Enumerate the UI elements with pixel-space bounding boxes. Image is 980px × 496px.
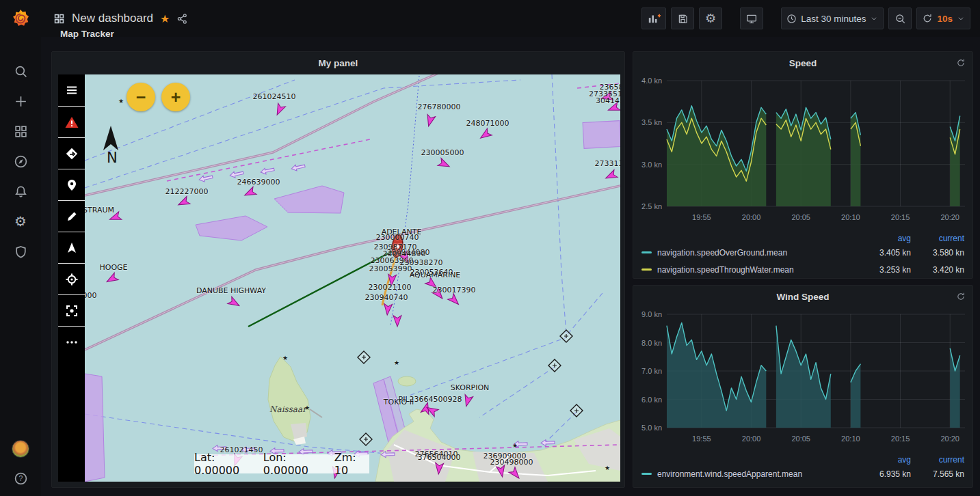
status-lat: Lat: 0.00000	[194, 451, 256, 477]
series-name[interactable]: navigation.speedThroughWater.mean	[657, 265, 794, 275]
map-label: 230053990	[369, 264, 412, 273]
sidebar-item-alerting[interactable]	[5, 183, 36, 199]
map-panel-header[interactable]: My panel	[52, 52, 624, 74]
vessel-marker[interactable]	[105, 273, 118, 285]
map-tool-warning-button[interactable]	[58, 106, 85, 137]
sidebar-item-dashboards[interactable]	[5, 123, 36, 139]
map-tool-more-button[interactable]	[58, 326, 85, 357]
map-label: 276780000	[418, 102, 461, 111]
vessel-marker[interactable]	[393, 316, 401, 327]
dashboard-row-title[interactable]: Map Tracker	[60, 29, 114, 44]
share-icon[interactable]	[176, 13, 188, 25]
map-tool-route-button[interactable]	[58, 137, 85, 169]
zoom-out-time-button[interactable]	[888, 8, 912, 29]
map-label: PIL23664500928	[399, 395, 462, 404]
map-zoom-in-button[interactable]: +	[161, 83, 190, 111]
vessel-marker[interactable]	[438, 159, 451, 171]
chevron-down-icon	[957, 14, 965, 23]
wind-panel-header[interactable]: Wind Speed	[633, 286, 972, 307]
traffic-lane-arrow-icon	[198, 174, 213, 183]
map-base-layer	[85, 74, 620, 482]
vessel-marker[interactable]	[448, 294, 462, 307]
seamark-buoy-icon	[548, 359, 561, 372]
grafana-logo[interactable]	[0, 0, 41, 37]
series-name[interactable]: environment.wind.speedApparent.mean	[657, 469, 802, 479]
clock-icon	[786, 14, 797, 24]
sidebar-item-explore[interactable]	[5, 153, 36, 169]
vessel-marker[interactable]	[604, 170, 618, 182]
add-panel-button[interactable]	[641, 8, 666, 29]
cycle-view-mode-button[interactable]	[740, 8, 763, 29]
compass-north-label: N	[107, 150, 118, 165]
refresh-picker[interactable]: 10s	[916, 8, 970, 29]
vessel-marker[interactable]	[462, 395, 473, 408]
refresh-icon	[922, 13, 933, 24]
svg-text:8.0 kn: 8.0 kn	[641, 339, 662, 347]
sidebar-item-configuration[interactable]: ⚙	[5, 213, 36, 230]
speed-panel-header[interactable]: Speed	[633, 52, 972, 74]
map-tool-marker-button[interactable]	[58, 169, 85, 200]
map-tool-center-button[interactable]	[58, 294, 85, 326]
gear-icon: ⚙	[14, 215, 27, 228]
map-toolbar	[58, 74, 85, 482]
save-dashboard-button[interactable]	[671, 8, 694, 29]
svg-text:4.0 kn: 4.0 kn	[641, 77, 662, 85]
vessel-marker[interactable]	[425, 115, 436, 128]
wind-speed-panel: Wind Speed 9.0 kn8.0 kn7.0 kn6.0 kn5.0 k…	[633, 285, 973, 488]
avatar[interactable]	[12, 440, 29, 458]
sync-icon[interactable]	[956, 58, 966, 68]
map-label: 000	[85, 291, 97, 300]
legend-col-current[interactable]: current	[911, 234, 964, 243]
dashboard-settings-button[interactable]: ⚙	[699, 8, 722, 29]
vessel-marker[interactable]	[478, 128, 492, 141]
map-status-bar: Lat: 0.00000 Lon: 0.00000 Zm: 10	[194, 454, 369, 473]
series-name[interactable]: navigation.speedOverGround.mean	[657, 248, 787, 258]
monitor-icon	[745, 13, 758, 25]
vessel-marker[interactable]	[274, 103, 286, 117]
legend-col-avg[interactable]: avg	[852, 455, 911, 465]
vessel-marker[interactable]	[228, 297, 241, 309]
series-avg-value: 6.935 kn	[852, 469, 911, 479]
vessel-marker[interactable]	[383, 303, 392, 315]
map-label: 246639000	[237, 178, 280, 187]
seamark-buoy-icon	[360, 433, 372, 445]
sidebar: ⚙ ?	[0, 0, 41, 496]
sidebar-item-server-admin[interactable]	[5, 243, 36, 260]
map-tool-cursor-button[interactable]	[58, 232, 85, 263]
vessel-marker[interactable]	[243, 187, 256, 199]
map-label: 248071000	[466, 119, 509, 128]
zoom-out-icon	[895, 13, 906, 25]
svg-text:19:55: 19:55	[692, 213, 711, 221]
map-tool-menu-button[interactable]	[58, 74, 85, 106]
seamark-star-icon: ★	[282, 355, 288, 361]
vessel-marker[interactable]	[176, 197, 190, 209]
legend-header: avg current	[641, 232, 964, 244]
main-area: New dashboard ★ ⚙	[41, 0, 980, 496]
speed-chart: 4.0 kn3.5 kn3.0 kn2.5 kn19:5520:0020:052…	[635, 74, 970, 231]
map-tool-edit-button[interactable]	[58, 200, 85, 232]
svg-text:3.5 kn: 3.5 kn	[641, 118, 662, 126]
series-color-swatch	[641, 473, 652, 475]
series-color-swatch	[641, 268, 652, 271]
sidebar-item-help[interactable]: ?	[5, 470, 36, 486]
plus-icon	[14, 94, 28, 109]
sync-icon[interactable]	[956, 292, 966, 301]
map-label: 261024510	[253, 92, 296, 101]
sidebar-item-create[interactable]	[5, 93, 36, 109]
map-label: SKORPION	[451, 383, 490, 392]
legend-col-avg[interactable]: avg	[852, 234, 911, 243]
bell-icon	[14, 184, 28, 199]
sidebar-item-search[interactable]	[5, 63, 36, 79]
seamark-star-icon: ★	[118, 98, 124, 105]
map-label: STRAUM	[85, 206, 114, 215]
status-zoom: Zm: 10	[334, 451, 369, 477]
legend-col-current[interactable]: current	[911, 455, 964, 465]
seamark-buoy-icon	[358, 351, 370, 363]
nautical-map[interactable]: ★★★★★★ 261024510276780000248071000230005…	[85, 74, 620, 482]
map-tool-locate-button[interactable]	[58, 263, 85, 294]
map-zoom-out-button[interactable]: −	[127, 83, 155, 111]
favorite-star-icon[interactable]: ★	[160, 12, 170, 25]
time-range-picker[interactable]: Last 30 minutes	[781, 8, 884, 29]
dashboard-canvas: Map Tracker My panel	[41, 37, 980, 496]
legend-row: navigation.speedThroughWater.mean 3.253 …	[641, 261, 964, 278]
